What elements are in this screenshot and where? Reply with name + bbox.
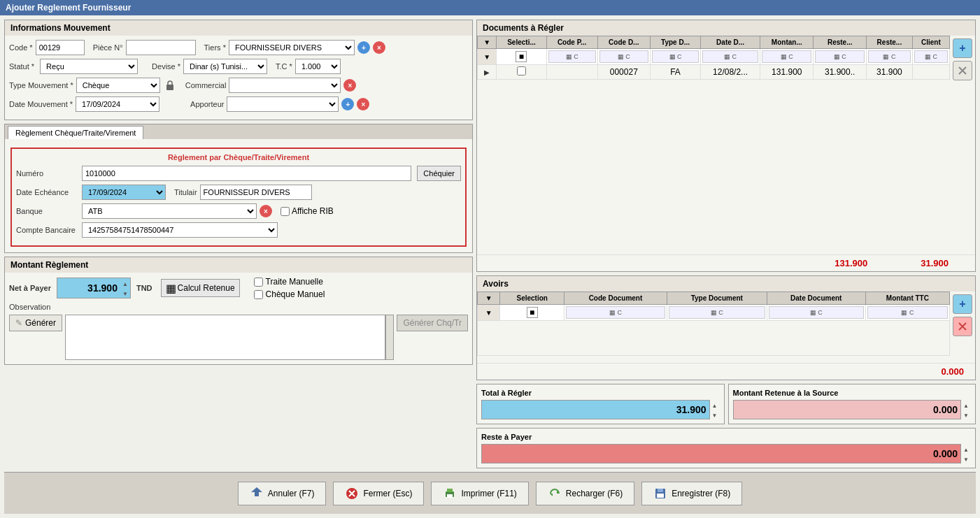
doc-col-dated[interactable]: Date D... — [701, 36, 760, 49]
tiers-select[interactable]: FOURNISSEUR DIVERS — [229, 40, 355, 55]
type-mouvement-select[interactable]: Chèque — [76, 78, 160, 93]
reste-a-payer-input[interactable] — [481, 444, 961, 463]
net-up-btn[interactable] — [120, 278, 130, 288]
avoirs-filter-type[interactable]: ▦ C — [667, 305, 767, 321]
avoirs-add-btn[interactable]: + — [953, 294, 972, 314]
doc-col-montan[interactable]: Montan... — [760, 36, 814, 49]
montant-retenue-input[interactable] — [733, 400, 962, 419]
montant-retenue-up-btn[interactable] — [961, 400, 971, 410]
doc-filter-client[interactable]: ▦ C — [912, 49, 949, 65]
doc-row-reste2: 31.900 — [866, 65, 912, 80]
doc-row-select[interactable] — [497, 65, 546, 80]
banque-remove-btn[interactable]: × — [260, 205, 272, 217]
avoirs-col-date-doc[interactable]: Date Document — [767, 292, 865, 305]
imprimer-btn[interactable]: Imprimer (F11) — [431, 482, 528, 505]
chequier-btn[interactable]: Chéquier — [417, 166, 461, 181]
generer-btn[interactable]: ✎ Générer — [9, 315, 62, 331]
doc-col-typed[interactable]: Type D... — [651, 36, 701, 49]
avoirs-filter-montant[interactable]: ▦ C — [865, 305, 949, 321]
net-spinner[interactable] — [120, 278, 130, 298]
fermer-btn[interactable]: Fermer (Esc) — [333, 482, 424, 505]
numero-input[interactable] — [82, 166, 411, 181]
doc-filter-dated[interactable]: ▦ C — [701, 49, 760, 65]
net-down-btn[interactable] — [120, 288, 130, 298]
numero-label: Numéro — [16, 169, 79, 178]
avoirs-table-wrapper: ▼ Selection Code Document Type Document … — [477, 292, 950, 363]
doc-filter-coded[interactable]: ▦ C — [597, 49, 650, 65]
doc-col-coded[interactable]: Code D... — [597, 36, 650, 49]
apporteur-select[interactable] — [227, 96, 339, 112]
doc-col-client[interactable]: Client — [912, 36, 949, 49]
reste-a-payer-spinner[interactable] — [961, 444, 971, 463]
commercial-remove-btn[interactable]: × — [343, 79, 356, 92]
avoirs-col-selection[interactable]: Selection — [500, 292, 564, 305]
total-regler-input[interactable] — [481, 400, 710, 419]
avoirs-col-code-doc[interactable]: Code Document — [564, 292, 667, 305]
statut-select[interactable]: Reçu — [40, 59, 138, 74]
doc-filter-typed[interactable]: ▦ C — [651, 49, 701, 65]
doc-col-selecti[interactable]: Selecti... — [497, 36, 546, 49]
doc-add-btn[interactable]: + — [953, 38, 972, 58]
total-regler-up-btn[interactable] — [710, 400, 720, 410]
doc-filter-reste1[interactable]: ▦ C — [814, 49, 867, 65]
doc-filter-codep[interactable]: ▦ C — [546, 49, 597, 65]
net-input[interactable] — [57, 280, 120, 296]
obs-textarea[interactable] — [65, 315, 385, 360]
doc-col-reste2[interactable]: Reste... — [866, 36, 912, 49]
calc-retenue-btn[interactable]: ▦ Calcul Retenue — [161, 279, 240, 297]
reste-a-payer-input-row — [481, 444, 971, 463]
avoirs-title: Avoirs — [477, 276, 975, 292]
enregistrer-btn[interactable]: Enregistrer (F8) — [641, 482, 742, 505]
date-echeance-select[interactable]: 17/09/2024 — [82, 185, 166, 200]
apporteur-label: Apporteur — [190, 100, 224, 108]
banque-label: Banque — [16, 207, 79, 215]
date-mouvement-select[interactable]: 17/09/2024 — [76, 96, 159, 112]
avoirs-filter-select[interactable]: ■ — [500, 305, 564, 321]
title-bar: Ajouter Reglement Fournisseur — [0, 0, 980, 15]
reste-a-payer-up-btn[interactable] — [961, 444, 971, 454]
commercial-select[interactable] — [229, 78, 341, 93]
affiche-rib-checkbox[interactable] — [280, 207, 290, 216]
expand-icon[interactable]: ▶ — [478, 65, 497, 80]
doc-filter-montant[interactable]: ▦ C — [760, 49, 814, 65]
enregistrer-label: Enregistrer (F8) — [672, 489, 730, 498]
tiers-remove-btn[interactable]: × — [373, 41, 385, 54]
tiers-add-btn[interactable]: + — [357, 41, 370, 54]
devise-select[interactable]: Dinar (s) Tunisi... — [183, 59, 267, 74]
lock-icon[interactable] — [163, 78, 177, 92]
montant-retenue-spinner[interactable] — [961, 400, 971, 419]
doc-filter-select[interactable]: ■ — [497, 49, 546, 65]
apporteur-add-btn[interactable]: + — [341, 98, 354, 110]
cheque-tab[interactable]: Règlement Chèque/Traite/Virement — [8, 126, 143, 139]
svg-rect-3 — [447, 489, 453, 492]
doc-filter-reste2[interactable]: ▦ C — [866, 49, 912, 65]
avoirs-filter-date[interactable]: ▦ C — [767, 305, 865, 321]
avoirs-col-type-doc[interactable]: Type Document — [667, 292, 767, 305]
avoirs-col-filter: ▼ — [478, 292, 500, 305]
code-input[interactable] — [36, 40, 85, 55]
piece-input[interactable] — [126, 40, 196, 55]
annuler-btn[interactable]: Annuler (F7) — [238, 482, 327, 505]
reste-a-payer-down-btn[interactable] — [961, 454, 971, 463]
titulair-input[interactable] — [200, 185, 312, 200]
doc-col-reste1[interactable]: Reste... — [814, 36, 867, 49]
recharger-btn[interactable]: Recharger (F6) — [536, 482, 634, 505]
avoirs-filter-code[interactable]: ▦ C — [564, 305, 667, 321]
doc-col-codep[interactable]: Code P... — [546, 36, 597, 49]
banque-select[interactable]: ATB — [82, 203, 257, 219]
compte-bancaire-select[interactable]: 14257584751478500447 — [82, 222, 278, 238]
avoirs-filter-icon: ▼ — [478, 305, 500, 321]
montant-retenue-down-btn[interactable] — [961, 410, 971, 419]
total-regler-down-btn[interactable] — [710, 410, 720, 419]
avoirs-col-montant-ttc[interactable]: Montant TTC — [865, 292, 949, 305]
cheque-manuel-checkbox[interactable] — [254, 290, 263, 299]
total-regler-spinner[interactable] — [710, 400, 720, 419]
compte-bancaire-label: Compte Bancaire — [16, 226, 79, 234]
date-echeance-label: Date Echéance — [16, 188, 79, 196]
tc-select[interactable]: 1.000 — [295, 59, 341, 74]
avoirs-del-btn[interactable] — [953, 317, 972, 336]
traite-manuelle-checkbox[interactable] — [254, 278, 263, 287]
doc-row-typed: FA — [651, 65, 701, 80]
doc-del-btn[interactable] — [953, 61, 972, 80]
apporteur-remove-btn[interactable]: × — [357, 98, 369, 110]
